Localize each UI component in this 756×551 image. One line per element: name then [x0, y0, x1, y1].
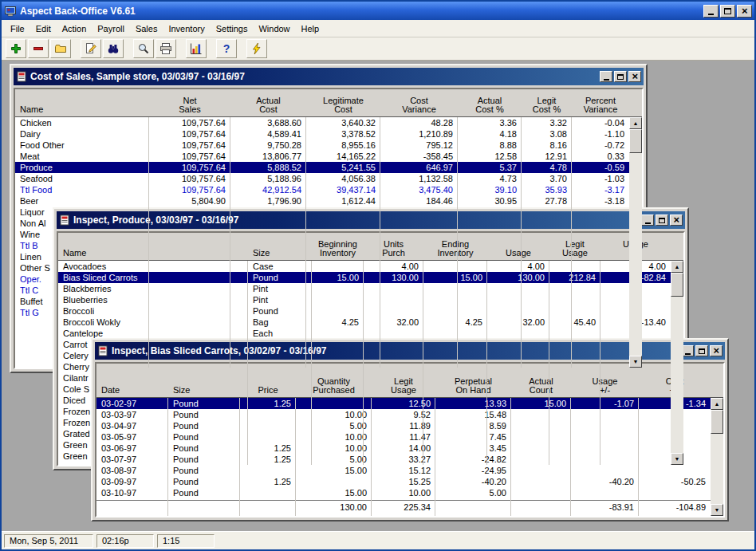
menu-item-action[interactable]: Action — [57, 22, 93, 36]
table-row[interactable]: 03-09-97Pound1.2515.25-40.20-40.20-50.25 — [96, 476, 723, 487]
table-row[interactable]: Beer5,804.901,796.901,612.44184.4630.952… — [15, 195, 642, 207]
table-row[interactable]: 03-10-97Pound15.0010.005.00 — [96, 487, 723, 498]
table-row[interactable]: 03-06-97Pound1.2510.0014.003.45 — [96, 443, 723, 454]
table-cell — [549, 294, 600, 305]
table-row[interactable]: 03-05-97Pound10.0011.477.45 — [96, 431, 723, 443]
table-row[interactable]: BlackberriesPint — [58, 283, 683, 294]
scroll-thumb[interactable] — [629, 129, 642, 153]
close-button[interactable] — [670, 214, 683, 226]
scroll-thumb[interactable] — [671, 273, 683, 297]
scroll-down-button[interactable] — [711, 504, 723, 516]
menu-item-inventory[interactable]: Inventory — [163, 22, 210, 36]
table-cell: 15.00 — [423, 272, 487, 283]
app-minimize-button[interactable] — [703, 5, 719, 18]
table-row[interactable]: CantelopeEach — [58, 328, 683, 339]
table-row[interactable]: Meat109,757.6413,806.7714,165.22-358.451… — [15, 151, 642, 162]
status-time: 02:16p — [96, 534, 154, 548]
menu-item-help[interactable]: Help — [296, 22, 325, 36]
table-cell — [571, 454, 639, 465]
table-row[interactable]: Dairy109,757.644,589.413,378.521,210.894… — [15, 128, 642, 140]
chart-button[interactable] — [186, 39, 207, 58]
table-cell: -40.20 — [435, 476, 511, 487]
menu-item-file[interactable]: File — [5, 22, 30, 36]
app-maximize-button[interactable] — [720, 5, 735, 18]
close-button[interactable] — [710, 345, 723, 356]
table-row[interactable]: 03-02-97Pound1.2512.5013.9315.00-1.07-1.… — [96, 398, 723, 409]
add-icon — [10, 42, 22, 55]
table-cell: Avocadoes — [58, 261, 248, 272]
app-close-button[interactable] — [737, 5, 752, 18]
table-cell: 212.84 — [549, 272, 600, 283]
table-cell: 3.08 — [522, 128, 572, 140]
table-row[interactable]: Bias Sliced CarrotsPound15.00130.0015.00… — [58, 272, 683, 283]
close-button[interactable] — [628, 71, 641, 82]
app-titlebar[interactable]: Aspect Back-Office V6.61 — [2, 2, 754, 20]
app-icon — [4, 5, 17, 18]
open-folder-button[interactable] — [50, 39, 71, 58]
run-button[interactable] — [246, 39, 267, 58]
column-header: Legit Cost % — [522, 89, 572, 116]
help-button[interactable]: ? — [216, 39, 237, 58]
table-cell: 5.00 — [435, 487, 511, 498]
scroll-down-button[interactable] — [671, 453, 683, 465]
add-button[interactable] — [6, 39, 26, 58]
print-button[interactable] — [156, 39, 176, 58]
zoom-button[interactable] — [133, 39, 154, 58]
table-cell: 14,165.22 — [306, 151, 380, 162]
table-cell: Pound — [168, 409, 240, 420]
column-divider — [148, 117, 149, 368]
menu-item-sales[interactable]: Sales — [130, 22, 163, 36]
table-row[interactable]: BlueberriesPint — [58, 294, 683, 305]
table-header: NameSizeBeginning InventoryUnits PurchEn… — [58, 233, 683, 261]
table-row[interactable]: Chicken109,757.643,688.603,640.3248.283.… — [15, 117, 642, 128]
scroll-up-button[interactable] — [711, 398, 723, 410]
maximize-button[interactable] — [614, 71, 627, 82]
minimize-button[interactable] — [641, 214, 654, 226]
vertical-scrollbar[interactable] — [671, 261, 683, 465]
scroll-up-button[interactable] — [671, 261, 683, 273]
window-titlebar[interactable]: Inspect, Produce, 03/03/97 - 03/16/97 — [57, 211, 685, 229]
table-cell: Pound — [248, 305, 312, 317]
binoculars-icon — [107, 42, 120, 55]
maximize-button[interactable] — [656, 214, 668, 226]
minimize-button[interactable] — [600, 71, 612, 82]
table-row[interactable]: 03-08-97Pound15.0015.12-24.95 — [96, 465, 723, 476]
table-cell: -1.10 — [572, 128, 629, 140]
mdi-workspace: Cost of Sales, Sample store, 03/03/97 - … — [2, 61, 754, 531]
help-icon: ? — [223, 43, 230, 54]
scroll-up-button[interactable] — [629, 117, 642, 129]
table-row[interactable]: 03-03-97Pound10.009.5215.48 — [96, 409, 723, 420]
table-row[interactable]: 03-07-97Pound1.255.0033.27-24.82 — [96, 454, 723, 465]
table-row[interactable]: BroccoliPound — [58, 305, 683, 317]
table-header: DateSizePriceQuantity PurchasedLegit Usa… — [96, 364, 723, 398]
table-cell: 5,888.52 — [230, 162, 306, 173]
delete-button[interactable] — [28, 39, 49, 58]
menu-item-edit[interactable]: Edit — [30, 22, 57, 36]
table-row[interactable]: Produce109,757.645,888.525,241.55646.975… — [15, 162, 642, 173]
find-button[interactable] — [103, 39, 124, 58]
window-icon — [59, 214, 70, 226]
menu-item-window[interactable]: Window — [253, 22, 295, 36]
table-row[interactable]: 03-04-97Pound5.0011.898.59 — [96, 420, 723, 431]
table-row[interactable]: Seafood109,757.645,188.964,056.381,132.5… — [15, 173, 642, 184]
menu-item-payroll[interactable]: Payroll — [92, 22, 130, 36]
table-cell: 11.47 — [372, 431, 435, 443]
window-titlebar[interactable]: Cost of Sales, Sample store, 03/03/97 - … — [14, 68, 644, 85]
table-cell: 1,132.58 — [380, 173, 458, 184]
table-cell: 1,796.90 — [230, 195, 306, 207]
table-row[interactable]: Broccoli WoklyBag4.2532.004.2532.0045.40… — [58, 317, 683, 328]
table-cell — [549, 328, 600, 339]
vertical-scrollbar[interactable] — [629, 117, 642, 368]
vertical-scrollbar[interactable] — [711, 398, 723, 516]
table-row[interactable]: Food Other109,757.649,750.288,955.16795.… — [15, 140, 642, 151]
edit-button[interactable] — [81, 39, 101, 58]
table-row[interactable]: AvocadoesCase4.004.004.00 — [58, 261, 683, 272]
scroll-thumb[interactable] — [711, 410, 723, 434]
menu-item-settings[interactable]: Settings — [211, 22, 254, 36]
table-row[interactable]: Ttl Food109,757.6442,912.5439,437.143,47… — [15, 184, 642, 195]
table-cell: Pound — [168, 476, 240, 487]
scroll-down-button[interactable] — [629, 356, 642, 368]
table-cell: 1.25 — [240, 443, 296, 454]
maximize-button[interactable] — [695, 345, 708, 356]
table-cell — [240, 420, 296, 431]
